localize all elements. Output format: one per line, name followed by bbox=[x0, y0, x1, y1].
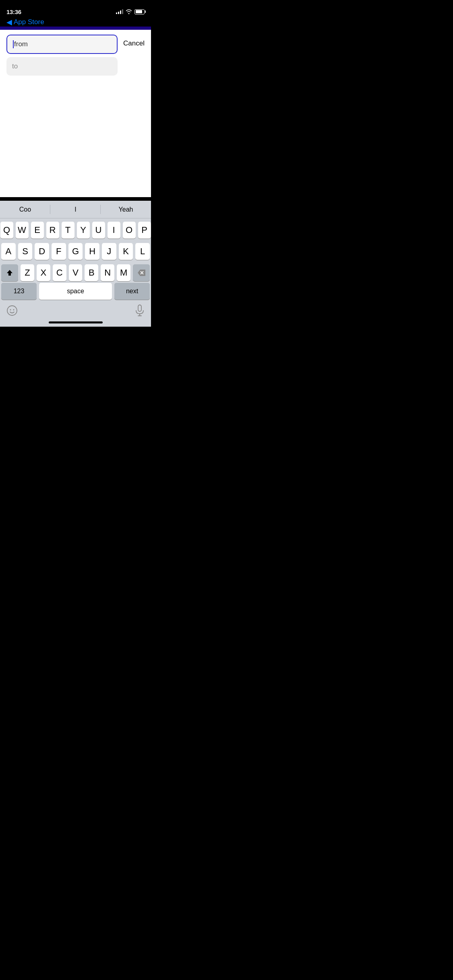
key-g[interactable]: G bbox=[68, 243, 83, 260]
keyboard-row-1: Q W E R T Y U I O P bbox=[1, 222, 150, 239]
key-p[interactable]: P bbox=[138, 222, 151, 239]
key-o[interactable]: O bbox=[123, 222, 136, 239]
key-n[interactable]: N bbox=[101, 264, 114, 281]
key-e[interactable]: E bbox=[31, 222, 44, 239]
status-bar: 13:36 bbox=[0, 0, 151, 18]
key-a[interactable]: A bbox=[1, 243, 16, 260]
svg-rect-3 bbox=[138, 305, 141, 311]
key-s[interactable]: S bbox=[18, 243, 33, 260]
empty-space bbox=[0, 80, 151, 197]
home-indicator bbox=[0, 319, 151, 327]
keyboard-row-2: A S D F G H J K L bbox=[1, 243, 150, 260]
key-k[interactable]: K bbox=[119, 243, 133, 260]
main-content: from to Cancel bbox=[0, 30, 151, 197]
inputs-container: from to bbox=[6, 35, 118, 76]
svg-point-1 bbox=[10, 309, 11, 311]
key-v[interactable]: V bbox=[69, 264, 83, 281]
from-input[interactable]: from bbox=[6, 35, 118, 54]
back-label: App Store bbox=[14, 18, 44, 26]
key-l[interactable]: L bbox=[135, 243, 150, 260]
key-rows: Q W E R T Y U I O P A S D F G H J K L bbox=[0, 218, 151, 283]
key-z[interactable]: Z bbox=[21, 264, 34, 281]
numbers-key[interactable]: 123 bbox=[1, 283, 37, 300]
key-m[interactable]: M bbox=[117, 264, 130, 281]
key-d[interactable]: D bbox=[35, 243, 49, 260]
wifi-icon bbox=[126, 9, 132, 14]
next-key[interactable]: next bbox=[114, 283, 150, 300]
key-i[interactable]: I bbox=[108, 222, 120, 239]
back-chevron-icon: ◀ bbox=[6, 18, 12, 27]
key-w[interactable]: W bbox=[16, 222, 29, 239]
backspace-key[interactable] bbox=[133, 264, 150, 281]
shift-key[interactable] bbox=[1, 264, 18, 281]
to-input[interactable]: to bbox=[6, 57, 118, 76]
autocomplete-yeah[interactable]: Yeah bbox=[101, 201, 151, 218]
key-t[interactable]: T bbox=[62, 222, 74, 239]
accent-bar bbox=[0, 27, 151, 30]
svg-point-2 bbox=[13, 309, 14, 311]
dictation-button[interactable] bbox=[135, 304, 145, 317]
home-bar bbox=[49, 321, 103, 323]
to-placeholder: to bbox=[12, 62, 18, 70]
emoji-button[interactable] bbox=[6, 305, 18, 316]
key-q[interactable]: Q bbox=[0, 222, 13, 239]
keyboard-bottom-row: 123 space next bbox=[0, 283, 151, 301]
space-key[interactable]: space bbox=[39, 283, 112, 300]
back-button[interactable]: ◀ App Store bbox=[6, 18, 44, 27]
key-u[interactable]: U bbox=[92, 222, 105, 239]
key-h[interactable]: H bbox=[85, 243, 99, 260]
status-icons bbox=[116, 9, 145, 14]
autocomplete-coo[interactable]: Coo bbox=[0, 201, 50, 218]
autocomplete-i[interactable]: I bbox=[50, 201, 101, 218]
key-j[interactable]: J bbox=[102, 243, 116, 260]
key-y[interactable]: Y bbox=[77, 222, 90, 239]
autocomplete-bar: Coo I Yeah bbox=[0, 201, 151, 218]
keyboard-util-row bbox=[0, 301, 151, 319]
keyboard-row-3: Z X C V B N M bbox=[1, 264, 150, 281]
battery-icon bbox=[134, 9, 145, 14]
keyboard: Coo I Yeah Q W E R T Y U I O P A S D F bbox=[0, 201, 151, 327]
key-f[interactable]: F bbox=[52, 243, 66, 260]
from-placeholder: from bbox=[14, 40, 28, 48]
text-cursor bbox=[13, 40, 14, 48]
key-c[interactable]: C bbox=[53, 264, 66, 281]
key-x[interactable]: X bbox=[37, 264, 50, 281]
nav-bar: ◀ App Store bbox=[0, 18, 151, 27]
signal-icon bbox=[116, 9, 123, 14]
status-time: 13:36 bbox=[6, 8, 21, 15]
cancel-button[interactable]: Cancel bbox=[122, 35, 145, 47]
svg-point-0 bbox=[7, 306, 17, 315]
key-r[interactable]: R bbox=[46, 222, 59, 239]
key-b[interactable]: B bbox=[85, 264, 98, 281]
search-section: from to Cancel bbox=[0, 30, 151, 80]
